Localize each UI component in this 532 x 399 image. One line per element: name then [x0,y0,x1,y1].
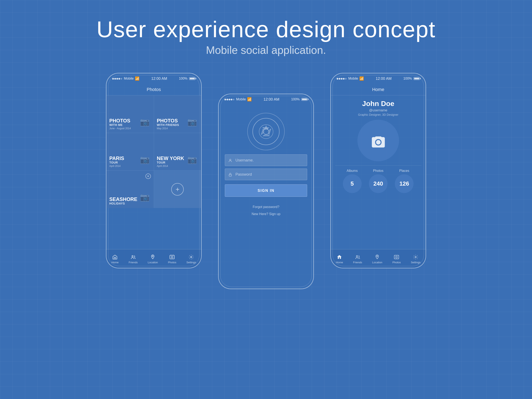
phones-container: Mobile 📶 12:00 AM 100% Photos 📷 PHOTOS W… [106,73,426,289]
tab-settings-1[interactable]: Settings [186,253,196,264]
photo-cell-seashore[interactable]: 📷 ✕ SEASHORE HOLIDAYS [106,171,154,208]
svg-rect-8 [229,174,232,176]
signup-link[interactable]: New Here? Sign up [252,212,280,216]
phone-login: Mobile 📶 12:00 AM 100% [218,94,314,289]
location-icon-3 [374,253,380,260]
phone-home: Mobile 📶 12:00 AM 100% Home John Doe @us… [330,73,426,268]
svg-point-3 [171,256,173,258]
lock-field-icon [228,172,232,177]
page-subtitle: Mobile social application. [96,44,435,56]
stats-row: Albums 5 Photos 240 Places 126 [335,165,421,196]
svg-point-7 [230,159,231,161]
home-icon-1 [112,253,118,260]
status-bar-1: Mobile 📶 12:00 AM 100% [106,73,201,84]
stat-value-photos: 240 [369,174,387,193]
svg-point-11 [377,256,378,256]
camera-icon-1: 📷 [140,117,150,127]
password-input[interactable] [225,169,307,180]
home-icon-3 [337,253,342,260]
tab-photos-3[interactable]: Photos [392,253,401,264]
signal-dots-1 [112,77,123,80]
avatar-camera-icon [371,132,386,150]
camera-icon-2: 📷 [187,117,197,127]
status-left-1: Mobile 📶 [112,76,139,81]
tab-label-location-3: Location [372,261,382,264]
signal-dots-2 [224,97,235,101]
time-3: 12:00 AM [376,76,392,81]
username-input[interactable] [225,154,307,166]
photos-content: 📷 PHOTOS WITH ME June - August 2014 📷 PH… [106,95,201,249]
friends-icon-1 [131,253,136,260]
profile-avatar[interactable] [357,120,399,161]
photo-cell-1[interactable]: 📷 PHOTOS WITH ME June - August 2014 [106,95,154,133]
camera-icon-4: 📷 [187,155,197,164]
svg-point-14 [415,256,417,258]
photo-cell-2[interactable]: 📷 PHOTOS WITH FRIENDS May 2014 [154,95,201,133]
tab-settings-3[interactable]: Settings [411,253,421,264]
tab-label-home-3: Home [336,261,343,264]
settings-icon-3 [413,253,418,260]
svg-point-0 [132,255,133,257]
tab-home-3[interactable]: Home [336,253,343,264]
photo-cell-add[interactable]: + [154,171,201,208]
battery-pct-3: 100% [403,77,412,80]
tab-friends-1[interactable]: Friends [129,253,138,264]
svg-point-4 [190,256,192,258]
photo-cell-4[interactable]: 📷 NEW YORK TOUR April 2014 [154,133,201,171]
tab-label-friends-3: Friends [353,261,362,264]
forgot-password-link[interactable]: Forgot password? [252,205,280,209]
username-field[interactable] [225,154,307,166]
profile-name: John Doe [362,100,394,108]
wifi-icon-3: 📶 [359,76,364,81]
tab-location-1[interactable]: Location [148,253,158,264]
battery-icon-1 [189,77,195,80]
stat-label-places: Places [399,169,409,173]
location-icon-1 [150,253,155,260]
battery-icon-3 [413,77,420,80]
tab-label-friends-1: Friends [129,261,138,264]
status-bar-2: Mobile 📶 12:00 AM 100% [219,94,313,105]
password-field[interactable] [225,169,307,180]
tab-photos-1[interactable]: Photos [168,253,176,264]
battery-icon-2 [301,98,308,101]
svg-rect-2 [170,255,175,259]
photo-grid: 📷 PHOTOS WITH ME June - August 2014 📷 PH… [106,95,201,208]
time-2: 12:00 AM [264,97,279,102]
stat-places[interactable]: Places 126 [395,169,413,193]
stat-photos[interactable]: Photos 240 [369,169,387,193]
status-left-2: Mobile 📶 [224,97,252,102]
svg-point-9 [376,140,380,145]
status-right-1: 100% [179,77,195,80]
page-header: User experience design concept Mobile so… [96,17,435,56]
stat-label-albums: Albums [347,169,358,173]
time-1: 12:00 AM [151,76,167,81]
photos-icon-1 [169,253,175,260]
tab-friends-3[interactable]: Friends [353,253,362,264]
wifi-icon-2: 📶 [247,97,252,102]
login-links: Forgot password? New Here? Sign up [252,205,280,219]
tab-home-1[interactable]: Home [111,253,119,264]
profile-header: John Doe @username Graphic Designer, 3D … [331,95,426,196]
page-title: User experience design concept [96,17,435,42]
photo-cell-3[interactable]: 📷 PARIS TOUR April 2014 [106,133,154,171]
stat-albums[interactable]: Albums 5 [343,169,361,193]
camera-icon-5: 📷 [140,193,150,202]
cell-date-4: April 2014 [157,165,198,167]
add-button[interactable]: + [171,183,184,196]
seashore-close-badge[interactable]: ✕ [146,173,151,179]
svg-point-1 [152,256,153,256]
logo-outer [247,113,285,150]
camera-icon-3: 📷 [140,155,150,164]
tab-location-3[interactable]: Location [372,253,382,264]
status-left-3: Mobile 📶 [337,76,364,81]
sign-in-button[interactable]: SIGN IN [225,184,307,197]
profile-handle: @username [369,108,387,112]
logo-inner [253,118,279,145]
carrier-3: Mobile [348,77,358,80]
svg-point-13 [396,256,398,258]
tab-label-photos-3: Photos [392,261,401,264]
photos-icon-3 [394,253,399,260]
login-form: SIGN IN Forgot password? New Here? Sign … [219,105,313,226]
signal-dots-3 [337,77,347,80]
tab-label-photos-1: Photos [168,261,176,264]
